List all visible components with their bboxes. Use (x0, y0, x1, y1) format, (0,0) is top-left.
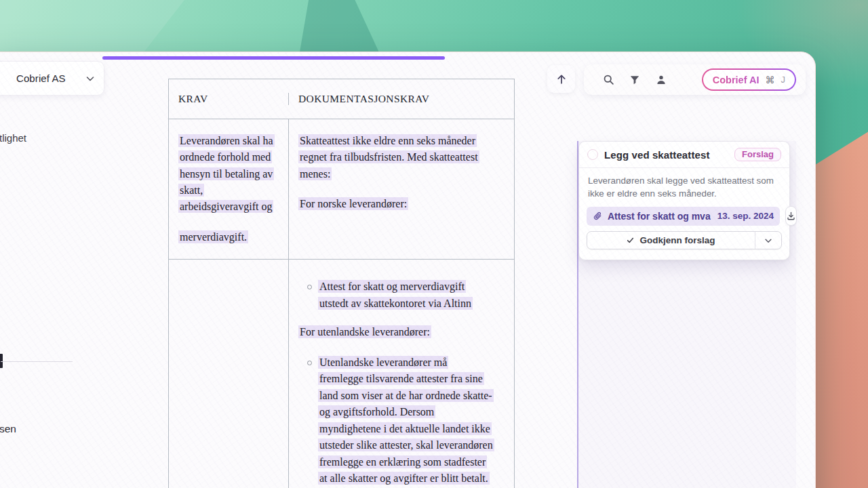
highlighted-text: merverdiavgift. (178, 230, 248, 243)
paragraph: Leverandøren skal ha ordnede forhold med… (178, 133, 281, 216)
workspace-name: Cobrief AS (16, 73, 66, 84)
table-header-dokumentasjonskrav: DOKUMENTASJONSKRAV (289, 93, 514, 105)
chevron-down-icon (85, 73, 96, 84)
app-window: Cobrief AS (0, 52, 816, 488)
highlighted-text: For norske leverandører: (298, 197, 408, 210)
table-row: Attest for skatt og merverdiavgift utste… (169, 260, 514, 488)
attachment-name: Attest for skatt og mva (608, 211, 711, 222)
highlighted-text: Skatteattest ikke eldre enn seks måneder… (298, 134, 479, 180)
suggestion-card-header: Legg ved skatteattest Forslag (579, 142, 789, 168)
approve-button-label: Godkjenn forslag (639, 235, 715, 245)
download-button[interactable] (785, 206, 797, 226)
user-icon (656, 75, 667, 85)
collaborators-button[interactable] (650, 69, 672, 91)
download-icon (786, 211, 796, 221)
arrow-up-icon (555, 73, 568, 85)
suggestion-description: Leverandøren skal legge ved skatteattest… (579, 168, 789, 200)
filter-icon (629, 75, 640, 85)
search-icon (603, 74, 614, 85)
suggestion-card: Legg ved skatteattest Forslag Leverandør… (578, 141, 790, 260)
cobrief-ai-button-inner: Cobrief AI ⌘ J (703, 70, 795, 89)
scroll-to-top-button[interactable] (547, 65, 575, 93)
table-cell-dokumentasjonskrav[interactable]: Skatteattest ikke eldre enn seks måneder… (289, 119, 514, 260)
search-button[interactable] (597, 69, 619, 91)
table-cell-dokumentasjonskrav[interactable]: Attest for skatt og merverdiavgift utste… (289, 260, 514, 488)
paragraph: merverdiavgift. (178, 229, 281, 245)
paragraph: Skatteattest ikke eldre enn seks måneder… (298, 133, 494, 182)
table-cell-krav[interactable] (169, 260, 289, 488)
shortcut-key: J (781, 75, 786, 85)
check-icon (627, 237, 634, 244)
paragraph: For utenlandske leverandører: (298, 324, 494, 340)
table-row: Leverandøren skal ha ordnede forhold med… (169, 119, 514, 260)
suggestion-badge: Forslag (734, 148, 781, 161)
bullet-item: Utenlandske leverandører må fremlegge ti… (298, 354, 494, 488)
toolbar: Cobrief AI ⌘ J (584, 64, 806, 95)
sidebar-item-fragment-bottom[interactable]: sen (0, 423, 16, 435)
highlighted-text: Attest for skatt og merverdiavgift utste… (318, 280, 473, 309)
sidebar-divider (1, 361, 73, 362)
highlighted-text: For utenlandske leverandører: (298, 325, 431, 338)
suggestion-title: Legg ved skatteattest (604, 149, 709, 161)
suggestion-checkbox[interactable] (587, 149, 598, 160)
table-header-row: KRAV DOKUMENTASJONSKRAV (169, 79, 514, 119)
attachment-date: 13. sep. 2024 (717, 211, 774, 221)
cobrief-ai-label: Cobrief AI (713, 75, 760, 85)
table-header-krav: KRAV (169, 93, 289, 105)
cobrief-ai-button[interactable]: Cobrief AI ⌘ J (702, 68, 796, 91)
table-cell-krav[interactable]: Leverandøren skal ha ordnede forhold med… (169, 119, 289, 260)
bullet-item: Attest for skatt og merverdiavgift utste… (298, 279, 494, 312)
attachment-chip[interactable]: Attest for skatt og mva 13. sep. 2024 (587, 207, 780, 226)
desktop: Cobrief AS (0, 0, 868, 488)
filter-button[interactable] (624, 69, 646, 91)
approve-split-button: Godkjenn forslag (587, 231, 782, 249)
shortcut-modifier: ⌘ (766, 75, 775, 85)
paperclip-icon (593, 211, 602, 221)
attachment-row: Attest for skatt og mva 13. sep. 2024 (587, 206, 782, 226)
sidebar-item-fragment-top[interactable]: tlighet (0, 132, 26, 144)
highlighted-text: Leverandøren skal ha ordnede forhold med… (178, 134, 275, 214)
chevron-down-icon (764, 236, 773, 245)
paragraph: For norske leverandører: (298, 196, 494, 212)
document-table: KRAV DOKUMENTASJONSKRAV Leverandøren ska… (168, 79, 515, 488)
highlighted-text: Utenlandske leverandører må fremlegge ti… (318, 356, 494, 488)
workspace-switcher[interactable]: Cobrief AS (0, 61, 104, 96)
progress-bar (102, 56, 445, 60)
approve-options-button[interactable] (755, 232, 781, 249)
approve-suggestion-button[interactable]: Godkjenn forslag (587, 232, 755, 249)
